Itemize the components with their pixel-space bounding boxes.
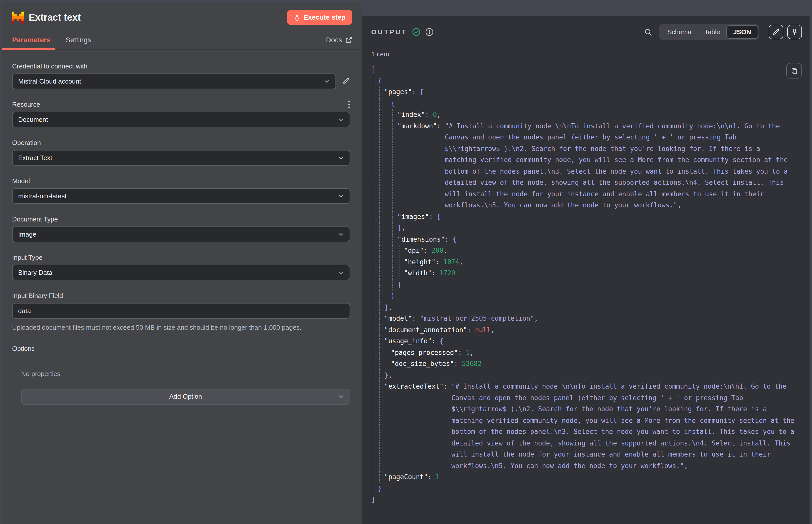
param-document-type: Document Type Image (12, 215, 350, 242)
node-tabs: Parameters Settings Docs (2, 29, 362, 50)
field-hint: Uploaded document files must not exceed … (12, 323, 350, 332)
param-resource: Resource Document (12, 101, 350, 127)
json-viewer[interactable]: [{"pages": [{"index": 0,"markdown": "# I… (362, 61, 810, 516)
output-header: OUTPUT Schema Table JSON (362, 16, 810, 40)
chevron-down-icon (324, 78, 330, 84)
chevron-down-icon (338, 116, 344, 122)
view-mode-switcher: Schema Table JSON (659, 24, 759, 40)
document-type-label: Document Type (12, 215, 350, 223)
flask-icon (293, 14, 300, 21)
mistral-logo-icon (12, 12, 24, 23)
model-label: Model (12, 177, 350, 185)
json-code: [{"pages": [{"index": 0,"markdown": "# I… (371, 64, 795, 506)
docs-label: Docs (326, 36, 342, 44)
operation-value: Extract Text (18, 154, 338, 162)
resource-value: Document (18, 116, 338, 123)
model-select[interactable]: mistral-ocr-latest (12, 188, 350, 204)
node-header: Extract text Execute step (2, 2, 362, 29)
execute-step-label: Execute step (303, 14, 346, 21)
tab-settings[interactable]: Settings (66, 32, 91, 49)
param-input-binary-field: Input Binary Field Uploaded document fil… (12, 292, 350, 332)
resource-label: Resource (12, 101, 40, 108)
input-binary-field-label: Input Binary Field (12, 292, 350, 299)
options-section-label: Options (12, 345, 350, 358)
document-type-select[interactable]: Image (12, 227, 350, 242)
param-input-type: Input Type Binary Data (12, 254, 350, 280)
param-operation: Operation Extract Text (12, 139, 350, 166)
chevron-down-icon (338, 269, 344, 276)
document-type-value: Image (18, 231, 338, 238)
view-mode-table[interactable]: Table (698, 26, 727, 38)
input-type-select[interactable]: Binary Data (12, 265, 350, 280)
add-option-label: Add Option (169, 393, 202, 400)
add-option-button[interactable]: Add Option (21, 388, 350, 405)
chevron-down-icon (338, 193, 344, 199)
success-check-icon (412, 28, 421, 36)
tab-parameters[interactable]: Parameters (12, 32, 51, 49)
parameters-form: Credential to connect with Mistral Cloud… (2, 50, 362, 405)
param-credential: Credential to connect with Mistral Cloud… (12, 62, 350, 89)
output-title: OUTPUT (371, 28, 407, 36)
pin-data-button[interactable] (787, 24, 802, 39)
execute-step-button[interactable]: Execute step (287, 10, 352, 24)
resource-select[interactable]: Document (12, 112, 350, 127)
view-mode-schema[interactable]: Schema (661, 26, 698, 38)
docs-link[interactable]: Docs (326, 36, 352, 49)
node-title: Extract text (29, 12, 287, 23)
node-settings-panel: Extract text Execute step Parameters Set… (2, 2, 362, 524)
pin-icon (791, 28, 798, 36)
model-value: mistral-ocr-latest (18, 192, 338, 200)
parameter-options-icon[interactable] (348, 101, 350, 108)
options-empty-text: No properties (21, 370, 350, 377)
credential-value: Mistral Cloud account (18, 78, 324, 85)
edit-output-button[interactable] (769, 24, 783, 39)
chevron-down-icon (338, 393, 344, 399)
input-type-value: Binary Data (18, 269, 338, 276)
view-mode-json[interactable]: JSON (727, 26, 758, 38)
info-icon[interactable] (425, 28, 434, 36)
chevron-down-icon (338, 231, 344, 238)
param-model: Model mistral-ocr-latest (12, 177, 350, 204)
pencil-icon (772, 28, 780, 36)
external-link-icon (346, 36, 352, 43)
credential-label: Credential to connect with (12, 62, 350, 70)
operation-label: Operation (12, 139, 350, 146)
input-binary-field-input[interactable] (12, 303, 350, 318)
edit-credential-icon[interactable] (341, 77, 350, 85)
search-icon[interactable] (644, 28, 652, 36)
items-count: 1 item (362, 40, 810, 58)
input-type-label: Input Type (12, 254, 350, 261)
credential-select[interactable]: Mistral Cloud account (12, 73, 336, 89)
chevron-down-icon (338, 155, 344, 161)
app-window: Extract text Execute step Parameters Set… (0, 0, 812, 524)
operation-select[interactable]: Extract Text (12, 150, 350, 166)
output-panel: OUTPUT Schema Table JSON (362, 16, 810, 524)
